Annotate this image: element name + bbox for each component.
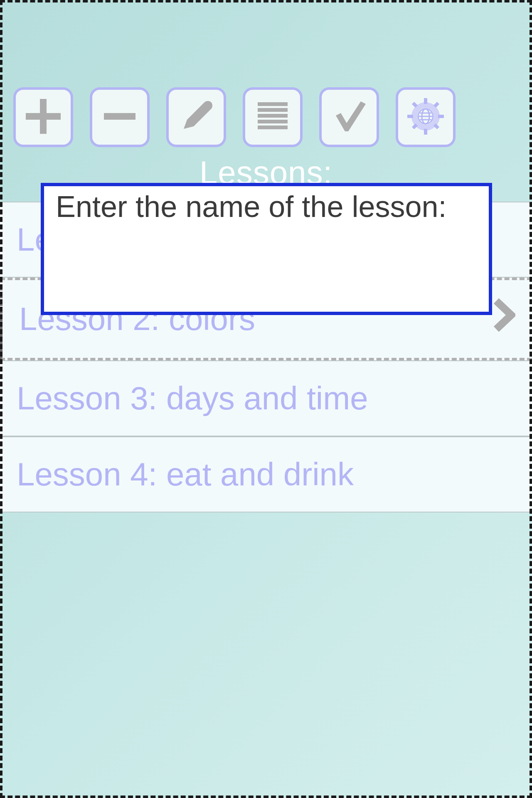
svg-rect-6 xyxy=(258,120,288,123)
dialog-prompt: Enter the name of the lesson: xyxy=(56,190,477,223)
toolbar xyxy=(0,0,532,147)
lesson-item[interactable]: Lesson 4: eat and drink xyxy=(0,436,532,512)
plus-icon xyxy=(22,96,64,139)
svg-rect-12 xyxy=(438,115,444,118)
svg-rect-4 xyxy=(258,108,288,112)
svg-rect-11 xyxy=(407,115,413,118)
check-button[interactable] xyxy=(319,87,379,147)
gear-globe-icon xyxy=(405,96,446,139)
svg-rect-3 xyxy=(258,102,288,106)
remove-button[interactable] xyxy=(90,87,150,147)
svg-rect-5 xyxy=(258,114,288,118)
lesson-label: Lesson 4: eat and drink xyxy=(17,456,354,493)
svg-rect-2 xyxy=(104,113,135,120)
lesson-name-dialog[interactable]: Enter the name of the lesson: xyxy=(41,183,492,315)
chevron-right-icon xyxy=(492,298,515,340)
check-icon xyxy=(328,96,370,139)
list-button[interactable] xyxy=(243,87,303,147)
settings-button[interactable] xyxy=(396,87,456,147)
pencil-icon xyxy=(175,96,217,139)
svg-rect-1 xyxy=(26,113,61,120)
svg-rect-7 xyxy=(258,126,288,129)
lesson-label: Lesson 3: days and time xyxy=(17,379,368,417)
lesson-item[interactable]: Lesson 3: days and time xyxy=(0,360,532,436)
edit-button[interactable] xyxy=(166,87,226,147)
list-icon xyxy=(252,96,293,139)
add-button[interactable] xyxy=(13,87,73,147)
minus-icon xyxy=(99,96,140,139)
svg-rect-9 xyxy=(424,98,427,104)
svg-rect-10 xyxy=(424,129,427,135)
